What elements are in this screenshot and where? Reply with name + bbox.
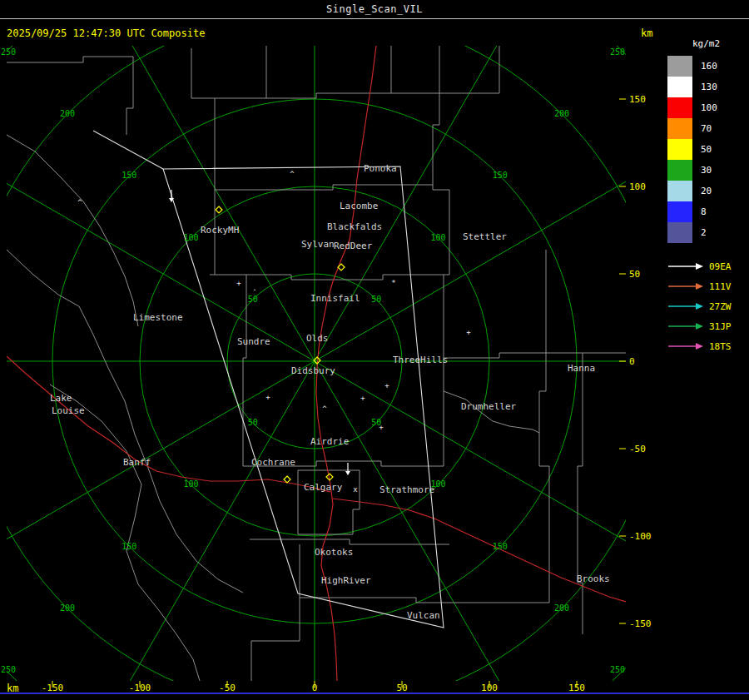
scale-swatch [667, 181, 692, 201]
title-separator [0, 18, 749, 19]
scale-swatch [667, 77, 692, 97]
city-label-innisfail: Innisfail [310, 293, 360, 304]
scale-entry: 100 [667, 97, 749, 118]
city-label-blackfalds: Blackfalds [327, 221, 382, 232]
right-axis-label: -150 [629, 618, 652, 629]
city-label-louise: Louise [52, 405, 85, 416]
track-arrow-icon [667, 261, 704, 271]
city-label-okotoks: Okotoks [315, 547, 353, 558]
track-arrow-icon [667, 341, 704, 351]
map-clipped-layers [0, 0, 749, 700]
storm-marker-diamond [216, 206, 222, 213]
scale-value: 100 [701, 97, 717, 118]
city-label-didsbury: Didsbury [291, 365, 335, 376]
scale-value: 160 [701, 56, 717, 77]
municipal-boundary [251, 544, 300, 681]
scale-entry: 2 [667, 222, 749, 243]
city-label-sundre: Sundre [237, 336, 270, 347]
window-title: Single_Scan_VIL [0, 3, 749, 15]
track-arrow-icon [667, 281, 704, 291]
town-mark: x [353, 485, 358, 494]
scan-sector-extension [93, 131, 163, 169]
ring-distance-label: 100 [183, 479, 198, 489]
city-label-highriver: HighRiver [321, 575, 371, 586]
right-axis-label: 100 [629, 181, 646, 192]
ring-distance-label: 200 [60, 109, 75, 118]
track-id-label: 27ZW [709, 301, 732, 312]
scale-value: 2 [701, 222, 707, 243]
radar-svg: 5050505010010010010015015015015020020020… [0, 0, 749, 700]
storm-motion-arrowhead [345, 471, 350, 475]
scale-entry: 8 [667, 201, 749, 222]
municipal-boundary [7, 57, 133, 135]
ring-distance-label: 50 [371, 295, 381, 304]
town-mark: * [391, 279, 395, 287]
scale-swatch [667, 201, 692, 222]
ring-distance-label: 250 [610, 665, 625, 674]
municipal-boundary [210, 275, 444, 280]
municipal-boundary [50, 385, 200, 681]
track-entry-09ea: 09EA [667, 256, 749, 276]
track-arrow-icon [667, 301, 704, 311]
town-mark: + [360, 394, 365, 402]
scale-swatch [667, 139, 692, 160]
axis-unit-top-right: km [641, 27, 652, 39]
town-mark: + [466, 328, 471, 336]
municipal-boundary [539, 250, 549, 603]
town-mark: . [252, 284, 256, 292]
track-entry-27zw: 27ZW [667, 296, 749, 316]
track-id-label: 09EA [709, 261, 732, 272]
scale-swatch [667, 222, 692, 243]
radial-line [315, 361, 556, 700]
municipal-boundary [433, 46, 449, 466]
ring-distance-label: 250 [1, 47, 16, 57]
city-label-strathmore: Strathmore [379, 484, 434, 495]
highway-line [333, 499, 626, 602]
ring-distance-label: 150 [493, 542, 508, 551]
town-mark: + [379, 423, 384, 431]
highway-line [7, 356, 330, 492]
city-label-vulcan: Vulcan [407, 610, 440, 621]
municipal-boundary [439, 46, 499, 93]
municipal-boundary [191, 93, 439, 98]
ring-distance-label: 150 [122, 542, 136, 551]
municipal-boundary [300, 598, 549, 603]
scale-entry: 130 [667, 77, 749, 97]
track-entry-18ts: 18TS [667, 336, 749, 356]
town-mark: ^ [322, 405, 327, 413]
scale-value: 50 [701, 139, 712, 160]
ring-distance-label: 200 [60, 603, 75, 613]
city-label-lacombe: Lacombe [340, 201, 378, 211]
city-label-cochrane: Cochrane [251, 457, 295, 468]
municipal-boundary [7, 250, 79, 306]
right-axis-label: -100 [629, 531, 652, 542]
town-mark: ^ [290, 170, 295, 178]
city-label-brooks: Brooks [577, 573, 610, 584]
scale-value: 8 [701, 201, 707, 222]
ring-distance-label: 200 [554, 109, 569, 118]
track-legend: 09EA111V27ZW31JP18TS [667, 256, 749, 356]
right-axis-label: 0 [629, 356, 635, 367]
scale-value: 20 [701, 181, 712, 201]
scale-entry: 70 [667, 118, 749, 139]
right-axis-label: 50 [629, 269, 640, 280]
ring-distance-label: 100 [183, 233, 198, 242]
city-label-olds: Olds [306, 333, 329, 344]
radar-display[interactable]: 5050505010010010010015015015015020020020… [0, 0, 749, 700]
municipal-boundary [243, 275, 246, 466]
ring-distance-label: 50 [248, 418, 258, 427]
timestamp-label: 2025/09/25 12:47:30 UTC Composite [7, 27, 205, 39]
town-mark: + [236, 279, 241, 287]
track-id-label: 31JP [709, 321, 732, 332]
scale-entry: 160 [667, 56, 749, 77]
radial-line [73, 0, 315, 361]
radial-line [315, 0, 556, 361]
scale-entry: 50 [667, 139, 749, 160]
city-label-threehills: ThreeHills [393, 355, 448, 365]
city-label-airdrie: Airdrie [310, 436, 349, 447]
city-label-hanna: Hanna [568, 363, 595, 374]
scale-swatch [667, 97, 692, 118]
city-label-rockymh: RockyMH [201, 225, 239, 236]
scale-value: 70 [701, 118, 712, 139]
scale-entry: 30 [667, 160, 749, 181]
